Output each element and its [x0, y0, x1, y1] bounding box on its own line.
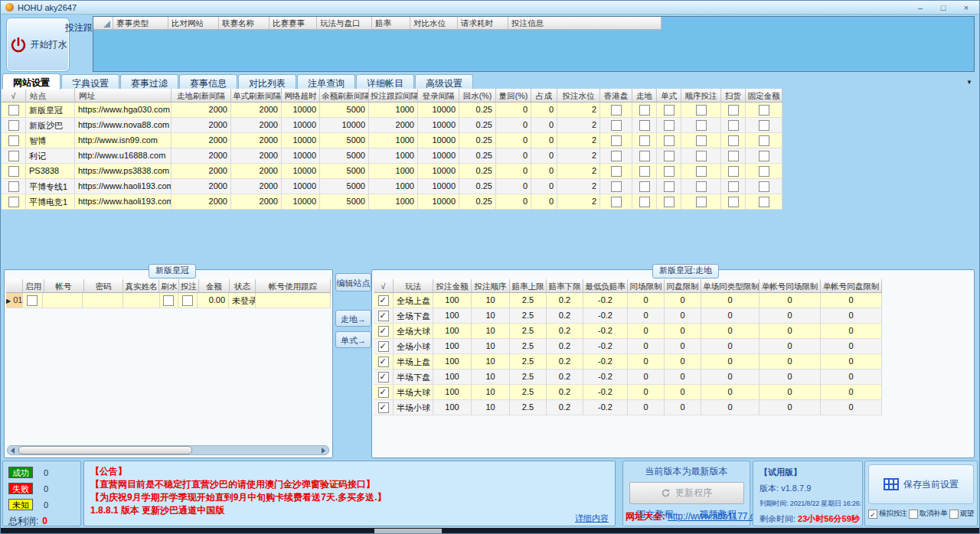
accounts-column-header: 投注 — [179, 279, 199, 293]
site-option-checkbox[interactable] — [696, 151, 707, 161]
site-select-cell — [2, 179, 26, 194]
site-option-checkbox[interactable] — [759, 181, 769, 192]
site-row-checkbox[interactable] — [8, 197, 19, 207]
enable-checkbox[interactable] — [27, 295, 38, 306]
site-row-checkbox[interactable] — [8, 151, 19, 161]
site-row-checkbox[interactable] — [8, 120, 19, 131]
scroll-left-arrow-icon[interactable] — [11, 448, 15, 454]
play-checkbox[interactable] — [378, 372, 389, 383]
site-option-checkbox[interactable] — [664, 151, 675, 161]
site-option-checkbox[interactable] — [696, 135, 707, 146]
site-option-checkbox[interactable] — [696, 166, 707, 177]
site-value-cell: 0 — [531, 103, 557, 118]
site-option-checkbox[interactable] — [664, 120, 675, 131]
site-option-checkbox[interactable] — [664, 105, 675, 116]
scrollbar-thumb[interactable] — [18, 446, 192, 454]
site-option-checkbox[interactable] — [611, 181, 622, 192]
site-row-checkbox[interactable] — [8, 181, 19, 192]
horizontal-scrollbar[interactable] — [7, 445, 329, 455]
minimize-button[interactable]: – — [915, 2, 926, 14]
mode-checkbox-box[interactable] — [868, 510, 877, 519]
play-checkbox[interactable] — [378, 311, 389, 321]
play-checkbox[interactable] — [378, 341, 389, 352]
save-settings-button[interactable]: 保存当前设置 — [868, 464, 974, 504]
site-row-checkbox[interactable] — [8, 105, 19, 116]
play-value-cell: -0.2 — [583, 400, 628, 415]
site-option-checkbox[interactable] — [611, 197, 622, 207]
tab-3[interactable]: 赛事过滤 — [120, 74, 178, 90]
brush-checkbox[interactable] — [163, 295, 174, 306]
play-checkbox[interactable] — [378, 402, 389, 413]
site-option-checkbox[interactable] — [611, 120, 622, 131]
site-option-checkbox[interactable] — [759, 197, 769, 207]
site-option-checkbox[interactable] — [639, 135, 650, 146]
site-option-checkbox[interactable] — [611, 135, 622, 146]
site-option-checkbox[interactable] — [611, 151, 622, 161]
tab-7[interactable]: 详细帐目 — [356, 74, 414, 90]
site-option-checkbox[interactable] — [759, 151, 769, 161]
site-option-checkbox[interactable] — [696, 120, 707, 131]
site-option-checkbox[interactable] — [664, 181, 675, 192]
site-option-checkbox[interactable] — [696, 105, 707, 116]
bet-checkbox[interactable] — [182, 295, 193, 306]
site-option-checkbox[interactable] — [728, 135, 739, 146]
route-live-button[interactable]: 走地→ — [335, 310, 371, 327]
site-option-checkbox[interactable] — [728, 166, 739, 177]
tab-8[interactable]: 高级设置 — [415, 74, 473, 90]
tracking-table: 赛事类型比对网站联赛名称比赛赛事玩法与盘口赔率对比水位请求耗时投注信息 — [93, 16, 975, 72]
play-checkbox[interactable] — [378, 387, 389, 398]
tab-2[interactable]: 字典设置 — [61, 74, 119, 90]
site-option-checkbox[interactable] — [639, 166, 650, 177]
play-value-cell: 0.2 — [547, 400, 583, 415]
site-value-cell: 0 — [531, 133, 557, 148]
site-option-checkbox[interactable] — [728, 151, 739, 161]
mode-checkbox-1[interactable]: 模拟投注 — [868, 509, 907, 519]
site-option-checkbox[interactable] — [696, 181, 707, 192]
site-option-checkbox[interactable] — [696, 197, 707, 207]
site-option-checkbox[interactable] — [639, 197, 650, 207]
site-option-checkbox[interactable] — [611, 105, 622, 116]
update-program-button[interactable]: 更新程序 — [629, 482, 744, 504]
site-option-checkbox[interactable] — [664, 197, 675, 207]
site-option-checkbox[interactable] — [639, 105, 650, 116]
route-single-button[interactable]: 单式→ — [335, 331, 371, 348]
site-row-checkbox[interactable] — [8, 135, 19, 146]
tab-1[interactable]: 网站设置 — [2, 73, 60, 90]
mode-checkbox-box[interactable] — [909, 510, 918, 519]
play-checkbox[interactable] — [378, 295, 389, 306]
maximize-button[interactable]: □ — [938, 2, 949, 14]
site-option-checkbox[interactable] — [728, 105, 739, 116]
play-checkbox[interactable] — [378, 357, 389, 367]
site-row-checkbox[interactable] — [8, 166, 19, 177]
site-option-checkbox[interactable] — [728, 181, 739, 192]
mode-checkbox-box[interactable] — [949, 510, 959, 519]
mode-checkbox-3[interactable]: 观望模式 — [949, 509, 974, 519]
detail-content-link[interactable]: 详细内容 — [575, 513, 609, 524]
start-button[interactable]: 开始打水 — [6, 18, 70, 72]
play-checkbox[interactable] — [378, 326, 389, 337]
site-option-checkbox[interactable] — [728, 120, 739, 131]
site-option-checkbox[interactable] — [759, 166, 769, 177]
site-select-cell — [2, 194, 26, 210]
site-option-checkbox[interactable] — [639, 151, 650, 161]
scroll-right-arrow-icon[interactable] — [322, 448, 325, 454]
tab-6[interactable]: 注单查询 — [297, 74, 355, 90]
tab-5[interactable]: 对比列表 — [238, 74, 296, 90]
tab-4[interactable]: 赛事信息 — [179, 74, 237, 90]
tab-overflow-arrow[interactable]: ▼ — [966, 79, 972, 86]
site-option-checkbox[interactable] — [611, 166, 622, 177]
accounts-column-header: 刷水 — [159, 279, 179, 293]
site-option-checkbox[interactable] — [759, 105, 769, 116]
edit-site-button[interactable]: 编辑站点 — [335, 273, 371, 291]
site-option-checkbox[interactable] — [728, 197, 739, 207]
site-option-checkbox[interactable] — [639, 181, 650, 192]
close-button[interactable]: × — [961, 2, 972, 14]
site-option-checkbox[interactable] — [759, 120, 769, 131]
site-option-checkbox[interactable] — [639, 120, 650, 131]
site-option-checkbox[interactable] — [759, 135, 769, 146]
mode-checkbox-2[interactable]: 取消补单 — [909, 509, 948, 519]
taskbar-item[interactable] — [374, 529, 442, 534]
site-value-cell: 10000 — [418, 148, 459, 164]
site-option-checkbox[interactable] — [664, 166, 675, 177]
site-option-checkbox[interactable] — [664, 135, 675, 146]
